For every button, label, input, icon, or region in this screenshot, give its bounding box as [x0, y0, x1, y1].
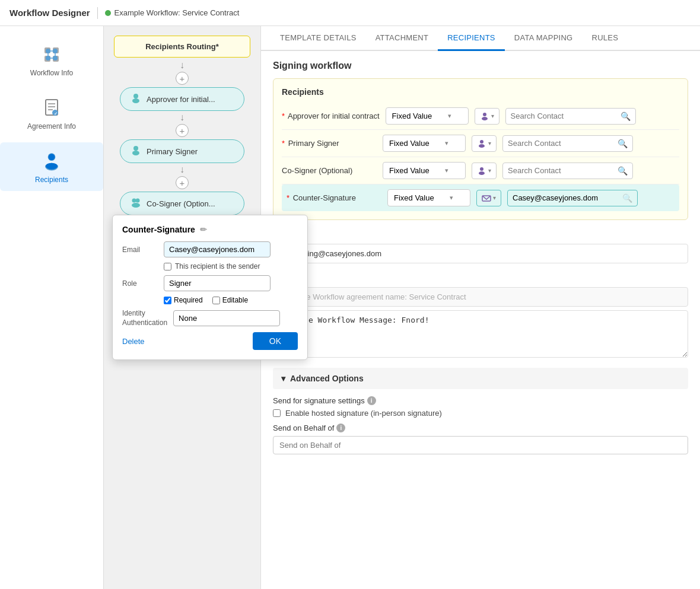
primary-chevron: ▾ [445, 139, 448, 147]
add-btn-2[interactable]: + [176, 124, 189, 137]
workflow-info-icon [40, 43, 63, 66]
recipient-node-cosigner[interactable]: Co-Signer (Option... [120, 192, 244, 215]
svg-point-24 [133, 146, 138, 151]
arrow-down-2: ↓ [180, 112, 184, 123]
sidebar-item-agreement-info[interactable]: ✓ Agreement Info [0, 89, 103, 138]
recipients-icon [40, 149, 63, 173]
popup-email-input[interactable] [164, 241, 271, 257]
sidebar-item-workflow-info-label: Workflow Info [30, 69, 73, 77]
tabs-bar: TEMPLATE DETAILS ATTACHMENT RECIPIENTS D… [261, 26, 700, 51]
counter-search-input[interactable] [513, 193, 620, 202]
advanced-title: Advanced Options [290, 374, 364, 383]
enable-hosted-checkbox[interactable] [273, 409, 281, 417]
send-for-sig-label: Send for signature settings i [273, 396, 688, 405]
counter-search-wrap: 🔍 [507, 190, 638, 206]
sidebar-item-recipients[interactable]: Recipients [0, 142, 103, 191]
send-on-behalf-label: Send on Behalf of i [273, 424, 688, 432]
approver-dropdown[interactable]: Fixed Value ▾ [386, 107, 469, 125]
tab-template-details[interactable]: TEMPLATE DETAILS [271, 26, 366, 51]
approver-chevron: ▾ [448, 112, 451, 120]
send-on-behalf-input[interactable] [273, 436, 688, 454]
popup-required-checkbox[interactable] [164, 297, 171, 304]
message-name: Example Workflow agreement name: Service… [273, 287, 688, 307]
svg-point-21 [46, 163, 58, 170]
cosigner-search-input[interactable] [508, 166, 615, 175]
advanced-collapse-icon: ▾ [281, 374, 285, 383]
recipient-row-approver: * Approver for initial contract Fixed Va… [282, 103, 679, 130]
main-layout: Workflow Info ✓ Agreement Info [0, 26, 700, 589]
popup-delete-link[interactable]: Delete [122, 337, 145, 346]
cosigner-node-icon [130, 196, 142, 211]
add-btn-1[interactable]: + [176, 72, 189, 85]
counter-name: * Counter-Signature [287, 193, 381, 202]
svg-point-6 [46, 56, 50, 61]
cc-title: CC [273, 228, 688, 238]
right-panel: TEMPLATE DETAILS ATTACHMENT RECIPIENTS D… [261, 26, 700, 589]
message-title: Message [273, 272, 688, 281]
signing-workflow-title: Signing workflow [273, 61, 688, 71]
primary-required-star: * [282, 139, 285, 148]
sidebar-item-recipients-label: Recipients [35, 176, 68, 184]
arrow-down-1: ↓ [180, 60, 184, 71]
agreement-info-icon: ✓ [40, 96, 63, 120]
svg-point-35 [480, 167, 483, 171]
svg-point-28 [132, 203, 140, 208]
popup-email-row: Email [122, 241, 298, 257]
svg-point-26 [132, 199, 136, 203]
svg-point-33 [480, 140, 483, 144]
tab-recipients[interactable]: RECIPIENTS [438, 26, 505, 51]
popup-editable-checkbox[interactable] [212, 297, 220, 304]
cosigner-name: Co-Signer (Optional) [282, 166, 377, 175]
cosigner-dropdown[interactable]: Fixed Value ▾ [383, 162, 466, 179]
cosigner-chevron: ▾ [445, 167, 448, 174]
primary-dropdown[interactable]: Fixed Value ▾ [383, 135, 466, 152]
message-section: Message Example Workflow agreement name:… [273, 272, 688, 359]
popup-sender-checkbox[interactable] [164, 263, 171, 270]
counter-signature-popup: Counter-Signature ✏ Email This recipient… [112, 215, 308, 360]
primary-search-wrap: 🔍 [502, 135, 633, 152]
cosigner-person-chevron: ▾ [488, 167, 491, 174]
popup-editable-label: Editable [212, 296, 248, 304]
add-btn-3[interactable]: + [176, 176, 189, 189]
cosigner-search-icon: 🔍 [618, 166, 628, 176]
counter-mail-icon-btn[interactable]: ▾ [476, 190, 501, 206]
send-on-behalf-info-icon[interactable]: i [336, 424, 345, 432]
app-title: Workflow Designer [9, 8, 90, 18]
counter-dropdown[interactable]: Fixed Value ▾ [387, 189, 470, 206]
svg-point-7 [53, 56, 58, 61]
recipient-node-primary[interactable]: Primary Signer [120, 139, 244, 163]
popup-role-row: Role [122, 275, 298, 291]
popup-required-label: Required [164, 296, 203, 304]
primary-search-input[interactable] [508, 139, 615, 148]
advanced-header[interactable]: ▾ Advanced Options [273, 368, 688, 389]
popup-auth-input[interactable] [173, 310, 280, 326]
approver-search-wrap: 🔍 [505, 108, 636, 125]
popup-role-input[interactable] [164, 275, 271, 291]
cosigner-person-icon-btn[interactable]: ▾ [472, 163, 497, 179]
popup-edit-icon[interactable]: ✏ [200, 225, 207, 234]
send-for-sig-info-icon[interactable]: i [367, 396, 376, 405]
approver-search-input[interactable] [511, 112, 618, 120]
approver-node-icon [130, 92, 142, 106]
primary-search-icon: 🔍 [618, 139, 628, 148]
tab-attachment[interactable]: ATTACHMENT [366, 26, 438, 51]
workflow-name: Example Workflow: Service Contract [114, 8, 240, 17]
approver-search-icon: 🔍 [621, 112, 631, 121]
recipient-node-approver[interactable]: Approver for initial... [120, 87, 244, 111]
approver-person-icon-btn[interactable]: ▾ [475, 108, 499, 125]
approver-required-star: * [282, 112, 285, 120]
tab-data-mapping[interactable]: DATA MAPPING [505, 26, 583, 51]
sidebar-item-workflow-info[interactable]: Workflow Info [0, 36, 103, 84]
svg-point-31 [483, 113, 486, 116]
tab-rules[interactable]: RULES [583, 26, 628, 51]
popup-ok-button[interactable]: OK [253, 332, 298, 350]
counter-search-icon: 🔍 [622, 193, 632, 203]
popup-footer: Delete OK [122, 332, 298, 350]
popup-header: Counter-Signature ✏ [122, 225, 298, 234]
primary-person-icon-btn[interactable]: ▾ [472, 135, 497, 152]
message-body-textarea[interactable]: Example Workflow Message: Fnord! [273, 310, 688, 358]
recipients-section: Recipients * Approver for initial contra… [273, 78, 688, 220]
svg-point-5 [53, 49, 58, 53]
popup-sender-label: This recipient is the sender [175, 262, 260, 270]
cosigner-node-label: Co-Signer (Option... [147, 199, 215, 208]
